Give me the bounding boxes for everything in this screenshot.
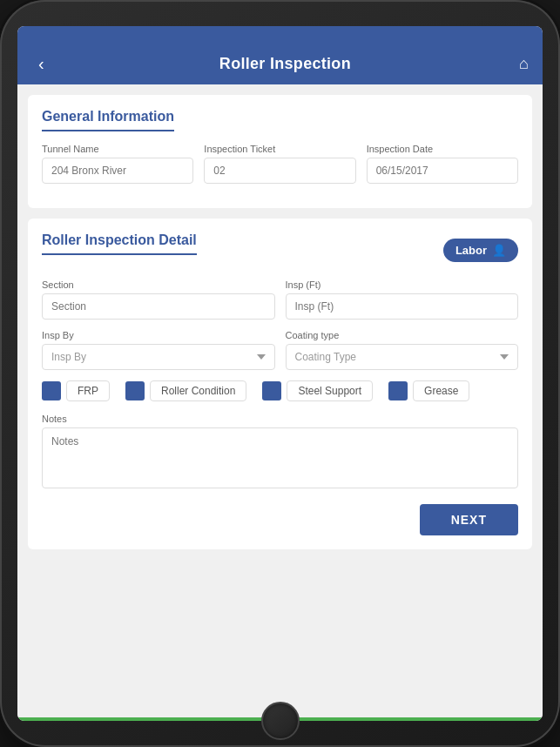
roller-detail-card: Roller Inspection Detail Labor 👤 Section… <box>28 219 532 549</box>
general-info-row: Tunnel Name Inspection Ticket Inspection… <box>42 144 518 184</box>
coating-type-group: Coating type Coating Type <box>286 330 519 370</box>
roller-condition-checkbox[interactable] <box>125 381 145 400</box>
status-bar <box>17 26 543 44</box>
tunnel-name-group: Tunnel Name <box>42 144 193 184</box>
tablet-screen: ‹ Roller Inspection ⌂ General Informatio… <box>17 26 543 721</box>
labor-button[interactable]: Labor 👤 <box>443 239 518 262</box>
inspection-ticket-input[interactable] <box>204 158 355 184</box>
roller-condition-label: Roller Condition <box>150 380 246 401</box>
steel-support-label: Steel Support <box>287 380 373 401</box>
insp-ft-input[interactable] <box>286 293 519 320</box>
coating-type-label: Coating type <box>286 330 519 340</box>
next-button[interactable]: NEXT <box>420 504 518 535</box>
grease-label: Grease <box>413 380 469 401</box>
insp-by-group: Insp By Insp By <box>42 330 275 370</box>
insp-by-label: Insp By <box>42 330 275 340</box>
grease-checkbox[interactable] <box>388 381 408 400</box>
notes-group: Notes <box>42 414 518 492</box>
frp-checkbox[interactable] <box>42 381 61 400</box>
insp-by-coating-row: Insp By Insp By Coating type Coating Typ… <box>42 330 518 370</box>
grease-checkbox-item: Grease <box>388 380 478 401</box>
inspection-date-label: Inspection Date <box>367 144 518 154</box>
section-insp-row: Section Insp (Ft) <box>42 279 518 320</box>
section-group: Section <box>42 279 275 320</box>
next-btn-container: NEXT <box>42 504 518 535</box>
tunnel-name-label: Tunnel Name <box>42 144 193 154</box>
notes-label: Notes <box>42 414 518 424</box>
general-info-card: General Information Tunnel Name Inspecti… <box>28 95 532 208</box>
back-button[interactable]: ‹ <box>31 50 51 77</box>
insp-ft-group: Insp (Ft) <box>286 279 519 320</box>
insp-ft-label: Insp (Ft) <box>286 279 519 290</box>
steel-support-checkbox-item: Steel Support <box>262 380 381 401</box>
frp-checkbox-item: FRP <box>42 380 118 401</box>
app-header: ‹ Roller Inspection ⌂ <box>17 44 543 84</box>
header-title: Roller Inspection <box>219 55 351 73</box>
labor-person-icon: 👤 <box>492 244 506 257</box>
steel-support-checkbox[interactable] <box>262 381 281 400</box>
roller-condition-checkbox-item: Roller Condition <box>125 380 255 401</box>
general-info-title: General Information <box>42 109 174 131</box>
bottom-bar <box>17 717 543 721</box>
section-input[interactable] <box>42 293 275 320</box>
inspection-date-group: Inspection Date <box>367 144 518 184</box>
labor-label: Labor <box>455 244 487 257</box>
inspection-date-input[interactable] <box>367 158 518 184</box>
notes-textarea[interactable] <box>42 427 518 488</box>
content-area: General Information Tunnel Name Inspecti… <box>17 84 543 717</box>
tablet-frame: ‹ Roller Inspection ⌂ General Informatio… <box>0 0 560 747</box>
tunnel-name-input[interactable] <box>42 158 193 184</box>
detail-header: Roller Inspection Detail Labor 👤 <box>42 232 518 267</box>
section-label: Section <box>42 279 275 290</box>
checkbox-row: FRP Roller Condition Steel Support Greas… <box>42 380 518 401</box>
insp-by-select[interactable]: Insp By <box>42 344 275 370</box>
frp-label: FRP <box>66 380 110 401</box>
coating-type-select[interactable]: Coating Type <box>286 344 519 370</box>
roller-detail-title: Roller Inspection Detail <box>42 232 197 255</box>
home-icon[interactable]: ⌂ <box>519 55 529 73</box>
inspection-ticket-group: Inspection Ticket <box>204 144 355 184</box>
inspection-ticket-label: Inspection Ticket <box>204 144 355 154</box>
